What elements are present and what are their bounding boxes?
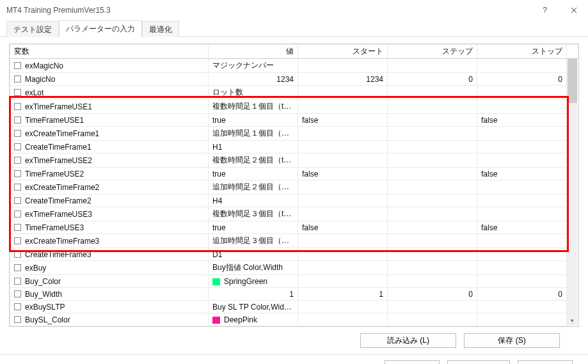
param-stop-cell[interactable]: false [477,168,567,180]
param-start-cell[interactable] [298,234,388,248]
param-value-cell[interactable]: H4 [209,194,298,207]
param-value-cell[interactable]: Buy指値 Color,Width [209,261,298,275]
param-value-cell[interactable]: 追加時間足２個目（※元の時間足より大きな時間を指定） [209,180,298,194]
row-checkbox[interactable] [14,316,21,323]
param-value-cell[interactable]: Buy SL TP Color,Width,Style [209,301,298,313]
table-row[interactable]: exTimeFrameUSE3複数時間足３個目（true:使う false:使わ… [10,207,578,221]
param-start-cell[interactable] [298,248,388,261]
table-row[interactable]: exCreateTimeFrame2追加時間足２個目（※元の時間足より大きな時間… [10,180,578,194]
col-value[interactable]: 値 [209,45,298,59]
param-start-cell[interactable]: false [298,114,388,127]
param-step-cell[interactable] [388,221,477,234]
col-start[interactable]: スタート [298,45,388,59]
table-row[interactable]: TimeFrameUSE1truefalsefalse [10,114,578,127]
tab-parameter-input[interactable]: パラメーターの入力 [59,20,142,37]
param-start-cell[interactable] [298,207,388,221]
param-stop-cell[interactable] [477,248,567,261]
param-stop-cell[interactable] [477,207,567,221]
param-start-cell[interactable] [298,313,388,326]
param-name-cell[interactable]: MagicNo [10,73,209,86]
param-stop-cell[interactable] [477,261,567,275]
save-button[interactable]: 保存 (S) [464,333,560,348]
row-checkbox[interactable] [14,184,21,191]
param-name-cell[interactable]: exTimeFrameUSE2 [10,154,209,168]
param-stop-cell[interactable] [477,86,567,100]
param-step-cell[interactable] [388,180,477,194]
param-stop-cell[interactable] [477,100,567,114]
param-value-cell[interactable]: H1 [209,141,298,154]
param-name-cell[interactable]: exBuySLTP [10,301,209,313]
scrollbar-thumb[interactable] [568,58,577,103]
param-start-cell[interactable] [298,154,388,168]
param-value-cell[interactable]: マジックナンバー [209,59,298,73]
table-row[interactable]: CreateTimeFrame3D1 [10,248,578,261]
param-stop-cell[interactable] [477,234,567,248]
param-stop-cell[interactable]: false [477,114,567,127]
table-row[interactable]: exCreateTimeFrame1追加時間足１個目（※元の時間足より大きな時間… [10,127,578,141]
table-row[interactable]: TimeFrameUSE2truefalsefalse [10,168,578,180]
param-stop-cell[interactable]: 0 [477,288,567,301]
param-stop-cell[interactable] [477,194,567,207]
param-step-cell[interactable]: 0 [388,73,477,86]
param-start-cell[interactable]: 1 [298,288,388,301]
param-value-cell[interactable]: 追加時間足１個目（※元の時間足より大きな時間を指定） [209,127,298,141]
param-value-cell[interactable]: DeepPink [209,313,298,326]
param-step-cell[interactable] [388,261,477,275]
param-name-cell[interactable]: Buy_Color [10,275,209,288]
param-name-cell[interactable]: exLot [10,86,209,100]
param-step-cell[interactable] [388,275,477,288]
param-step-cell[interactable] [388,248,477,261]
param-step-cell[interactable] [388,207,477,221]
param-start-cell[interactable]: 1234 [298,73,388,86]
param-step-cell[interactable] [388,313,477,326]
param-stop-cell[interactable] [477,154,567,168]
param-start-cell[interactable] [298,141,388,154]
row-checkbox[interactable] [14,264,21,271]
param-start-cell[interactable] [298,194,388,207]
param-step-cell[interactable] [388,141,477,154]
row-checkbox[interactable] [14,237,21,244]
param-name-cell[interactable]: CreateTimeFrame1 [10,141,209,154]
param-start-cell[interactable] [298,301,388,313]
param-step-cell[interactable] [388,194,477,207]
table-row[interactable]: exLotロット数 [10,86,578,100]
param-name-cell[interactable]: TimeFrameUSE1 [10,114,209,127]
scroll-down-icon[interactable]: ▾ [567,315,578,326]
param-start-cell[interactable] [298,180,388,194]
param-step-cell[interactable] [388,86,477,100]
row-checkbox[interactable] [14,290,21,297]
col-stop[interactable]: ストップ [477,45,567,59]
table-row[interactable]: exTimeFrameUSE1複数時間足１個目（true:使う false:使わ… [10,100,578,114]
param-start-cell[interactable]: false [298,221,388,234]
param-name-cell[interactable]: exTimeFrameUSE3 [10,207,209,221]
param-name-cell[interactable]: CreateTimeFrame3 [10,248,209,261]
param-name-cell[interactable]: CreateTimeFrame2 [10,194,209,207]
param-step-cell[interactable] [388,100,477,114]
row-checkbox[interactable] [14,197,21,204]
param-name-cell[interactable]: exMagicNo [10,59,209,73]
table-row[interactable]: exBuySLTPBuy SL TP Color,Width,Style [10,301,578,313]
vertical-scrollbar[interactable]: ▾ [567,58,578,326]
param-name-cell[interactable]: TimeFrameUSE2 [10,168,209,180]
param-value-cell[interactable]: 複数時間足３個目（true:使う false:使わない） [209,207,298,221]
param-value-cell[interactable]: D1 [209,248,298,261]
table-row[interactable]: BuySL_ColorDeepPink [10,313,578,326]
param-stop-cell[interactable] [477,59,567,73]
param-start-cell[interactable]: false [298,168,388,180]
param-start-cell[interactable] [298,100,388,114]
close-button[interactable] [559,0,588,20]
param-name-cell[interactable]: exCreateTimeFrame3 [10,234,209,248]
param-start-cell[interactable] [298,59,388,73]
row-checkbox[interactable] [14,143,21,150]
row-checkbox[interactable] [14,278,21,285]
param-name-cell[interactable]: exBuy [10,261,209,275]
param-name-cell[interactable]: exTimeFrameUSE1 [10,100,209,114]
param-value-cell[interactable]: 複数時間足１個目（true:使う false:使わない） [209,100,298,114]
param-name-cell[interactable]: BuySL_Color [10,313,209,326]
help-button[interactable]: ? [530,0,559,20]
param-step-cell[interactable] [388,168,477,180]
param-stop-cell[interactable]: false [477,221,567,234]
param-name-cell[interactable]: exCreateTimeFrame2 [10,180,209,194]
param-step-cell[interactable]: 0 [388,288,477,301]
table-row[interactable]: CreateTimeFrame2H4 [10,194,578,207]
